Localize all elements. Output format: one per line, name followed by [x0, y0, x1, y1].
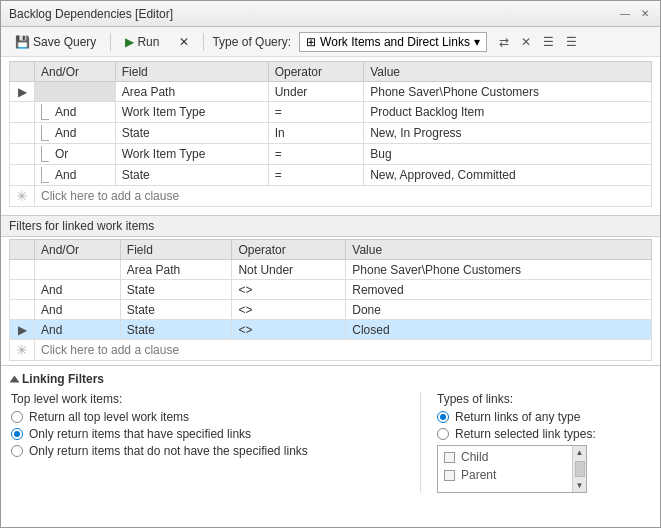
- row-value[interactable]: Removed: [346, 280, 652, 300]
- row-andor[interactable]: [35, 260, 121, 280]
- row-operator[interactable]: <>: [232, 320, 346, 340]
- linked-col-arrow-header: [10, 240, 35, 260]
- row-value[interactable]: Phone Saver\Phone Customers: [364, 82, 652, 102]
- toolbar-icon-2[interactable]: ✕: [517, 33, 535, 51]
- listbox-items: Child Parent: [438, 446, 572, 492]
- listbox-item-label: Parent: [461, 468, 496, 482]
- indent-bracket: [41, 125, 49, 141]
- row-operator[interactable]: =: [268, 165, 364, 186]
- row-andor[interactable]: And: [35, 320, 121, 340]
- table-row[interactable]: And State <> Done: [10, 300, 652, 320]
- row-field[interactable]: State: [115, 123, 268, 144]
- row-field[interactable]: State: [120, 320, 232, 340]
- scroll-up-arrow[interactable]: ▲: [574, 446, 586, 459]
- row-andor[interactable]: And: [35, 280, 121, 300]
- run-icon: ▶: [125, 35, 134, 49]
- table-row[interactable]: And Work Item Type = Product Backlog Ite…: [10, 102, 652, 123]
- row-field[interactable]: State: [115, 165, 268, 186]
- table-row[interactable]: And State In New, In Progress: [10, 123, 652, 144]
- toolbar-icon-3[interactable]: ☰: [539, 33, 558, 51]
- window-title: Backlog Dependencies [Editor]: [9, 7, 612, 21]
- save-query-button[interactable]: 💾 Save Query: [9, 33, 102, 51]
- row-operator[interactable]: In: [268, 123, 364, 144]
- linked-col-field-header: Field: [120, 240, 232, 260]
- close-query-button[interactable]: ✕: [173, 33, 195, 51]
- linked-add-clause-text[interactable]: Click here to add a clause: [35, 340, 652, 361]
- row-field[interactable]: Work Item Type: [115, 144, 268, 165]
- row-andor[interactable]: Or: [35, 144, 116, 165]
- table-row[interactable]: Area Path Not Under Phone Saver\Phone Cu…: [10, 260, 652, 280]
- radio-btn-2[interactable]: [11, 428, 23, 440]
- right-radio-group: Return links of any type Return selected…: [437, 410, 650, 441]
- pin-button[interactable]: —: [618, 7, 632, 21]
- checkbox-child[interactable]: [444, 452, 455, 463]
- top-grid-section: And/Or Field Operator Value ▶ Area Path …: [1, 61, 660, 211]
- table-row[interactable]: And State = New, Approved, Committed: [10, 165, 652, 186]
- right-radio-label-2: Return selected link types:: [455, 427, 596, 441]
- left-radio-group: Return all top level work items Only ret…: [11, 410, 410, 458]
- row-arrow: [10, 300, 35, 320]
- row-field[interactable]: Area Path: [120, 260, 232, 280]
- linking-filters-header: Linking Filters: [11, 372, 650, 386]
- row-operator[interactable]: <>: [232, 280, 346, 300]
- row-value[interactable]: New, In Progress: [364, 123, 652, 144]
- table-row[interactable]: And State <> Removed: [10, 280, 652, 300]
- row-andor[interactable]: And: [35, 123, 116, 144]
- row-value[interactable]: Done: [346, 300, 652, 320]
- radio-row-1[interactable]: Return all top level work items: [11, 410, 410, 424]
- row-value[interactable]: Bug: [364, 144, 652, 165]
- row-field[interactable]: State: [120, 300, 232, 320]
- query-type-dropdown[interactable]: ⊞ Work Items and Direct Links ▾: [299, 32, 487, 52]
- linked-section-header: Filters for linked work items: [1, 215, 660, 237]
- linked-add-clause-row[interactable]: ✳ Click here to add a clause: [10, 340, 652, 361]
- add-clause-text[interactable]: Click here to add a clause: [35, 186, 652, 207]
- right-radio-row-1[interactable]: Return links of any type: [437, 410, 650, 424]
- scroll-down-arrow[interactable]: ▼: [574, 479, 586, 492]
- close-button[interactable]: ✕: [638, 7, 652, 21]
- link-types-listbox[interactable]: Child Parent ▲ ▼: [437, 445, 587, 493]
- list-item[interactable]: Child: [438, 448, 572, 466]
- toolbar-icon-4[interactable]: ☰: [562, 33, 581, 51]
- right-radio-btn-2[interactable]: [437, 428, 449, 440]
- row-operator[interactable]: =: [268, 102, 364, 123]
- row-field[interactable]: Work Item Type: [115, 102, 268, 123]
- row-field[interactable]: Area Path: [115, 82, 268, 102]
- col-arrow-header: [10, 62, 35, 82]
- row-operator[interactable]: Under: [268, 82, 364, 102]
- collapse-icon[interactable]: [10, 376, 20, 383]
- row-field[interactable]: State: [120, 280, 232, 300]
- table-row[interactable]: ▶ Area Path Under Phone Saver\Phone Cust…: [10, 82, 652, 102]
- row-value[interactable]: Product Backlog Item: [364, 102, 652, 123]
- run-button[interactable]: ▶ Run: [119, 33, 165, 51]
- table-row[interactable]: Or Work Item Type = Bug: [10, 144, 652, 165]
- row-andor[interactable]: And: [35, 165, 116, 186]
- row-andor[interactable]: And: [35, 300, 121, 320]
- row-operator[interactable]: <>: [232, 300, 346, 320]
- radio-row-3[interactable]: Only return items that do not have the s…: [11, 444, 410, 458]
- add-clause-star: ✳: [10, 186, 35, 207]
- scroll-thumb[interactable]: [575, 461, 585, 477]
- row-andor[interactable]: And: [35, 102, 116, 123]
- table-row[interactable]: ▶ And State <> Closed: [10, 320, 652, 340]
- title-bar: Backlog Dependencies [Editor] — ✕: [1, 1, 660, 27]
- row-arrow: [10, 144, 35, 165]
- right-radio-row-2[interactable]: Return selected link types:: [437, 427, 650, 441]
- row-value[interactable]: Closed: [346, 320, 652, 340]
- row-operator[interactable]: Not Under: [232, 260, 346, 280]
- checkbox-parent[interactable]: [444, 470, 455, 481]
- list-item[interactable]: Parent: [438, 466, 572, 484]
- radio-label-3: Only return items that do not have the s…: [29, 444, 308, 458]
- row-operator[interactable]: =: [268, 144, 364, 165]
- toolbar-icon-1[interactable]: ⇄: [495, 33, 513, 51]
- linked-grid-table: And/Or Field Operator Value Area Path No…: [9, 239, 652, 361]
- row-andor[interactable]: [35, 82, 116, 102]
- listbox-scrollbar: ▲ ▼: [572, 446, 586, 492]
- row-value[interactable]: Phone Saver\Phone Customers: [346, 260, 652, 280]
- radio-btn-3[interactable]: [11, 445, 23, 457]
- add-clause-row[interactable]: ✳ Click here to add a clause: [10, 186, 652, 207]
- radio-btn-1[interactable]: [11, 411, 23, 423]
- right-radio-btn-1[interactable]: [437, 411, 449, 423]
- radio-row-2[interactable]: Only return items that have specified li…: [11, 427, 410, 441]
- radio-label-1: Return all top level work items: [29, 410, 189, 424]
- row-value[interactable]: New, Approved, Committed: [364, 165, 652, 186]
